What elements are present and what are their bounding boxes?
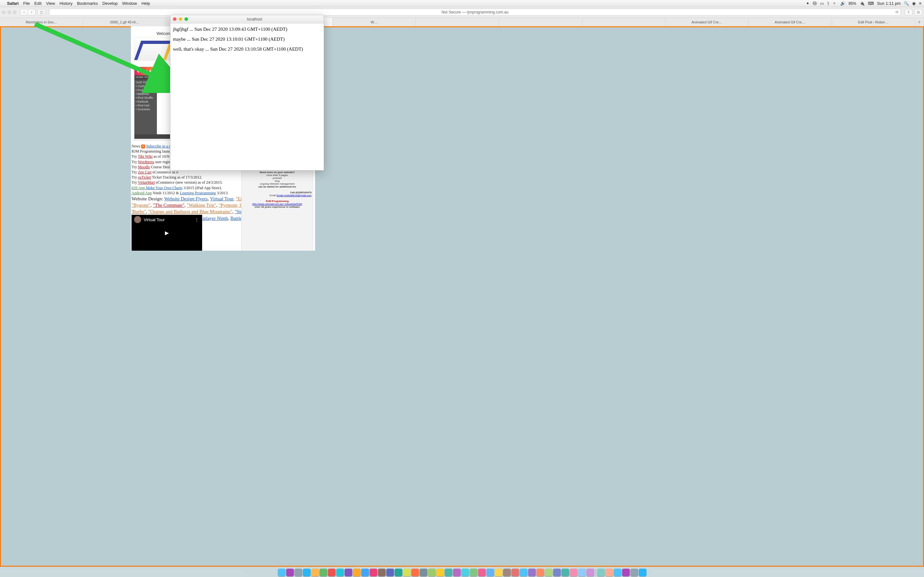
design-link[interactable]: Website Design Flyers xyxy=(164,196,208,201)
tab-animated-gif-1[interactable]: Animated Gif Cre… xyxy=(666,18,748,26)
menu-window[interactable]: Window xyxy=(122,1,137,6)
dock-app-icon[interactable] xyxy=(478,569,486,576)
volume-icon[interactable]: 🔊 xyxy=(840,1,845,6)
tab-gif[interactable]: 0000_1.gif 45×8… xyxy=(83,18,166,26)
news-link[interactable]: Android App xyxy=(132,191,152,195)
play-button-icon[interactable]: ▶ xyxy=(160,227,174,238)
dock-app-icon[interactable] xyxy=(436,569,444,576)
menu-edit[interactable]: Edit xyxy=(34,1,41,6)
sidebar-button[interactable]: ◫ xyxy=(37,9,45,15)
zoom-icon[interactable] xyxy=(184,17,188,21)
dock-app-icon[interactable] xyxy=(561,569,569,576)
forward-button[interactable]: › xyxy=(28,9,36,15)
menu-view[interactable]: View xyxy=(46,1,55,6)
close-icon[interactable] xyxy=(173,17,176,21)
tab-reminders[interactable]: Reminders in Ses… xyxy=(0,18,83,26)
dock-app-icon[interactable] xyxy=(470,569,477,576)
list-item[interactable]: • iPod Shuffle xyxy=(135,96,156,100)
dock-app-icon[interactable] xyxy=(395,569,402,576)
tab-edit-post[interactable]: Edit Post ‹ Rober… xyxy=(832,18,915,26)
news-link[interactable]: iOS App xyxy=(132,185,145,190)
list-item[interactable]: • Pod xyxy=(135,88,156,92)
reload-icon[interactable]: ⟳ xyxy=(895,10,899,15)
video-menu-icon[interactable]: ⋮ xyxy=(195,218,200,222)
window-traffic-lights[interactable] xyxy=(2,11,16,14)
dock-app-icon[interactable] xyxy=(361,569,369,576)
news-link[interactable]: Make Your Own Charts xyxy=(145,185,183,190)
siri-icon[interactable]: ◉ xyxy=(912,1,916,6)
dock-app-icon[interactable] xyxy=(420,569,427,576)
dock-app-icon[interactable] xyxy=(278,569,286,576)
list-item[interactable]: • Earbuds xyxy=(135,100,156,103)
new-tab-button[interactable]: + xyxy=(915,18,924,26)
dock-app-icon[interactable] xyxy=(311,569,319,576)
dock-app-icon[interactable] xyxy=(570,569,577,576)
news-link[interactable]: Moodle xyxy=(138,165,150,169)
dock-app-icon[interactable] xyxy=(503,569,511,576)
design-link[interactable]: "Orange and Bathurst and Blue Mountains" xyxy=(148,209,232,214)
list-item[interactable]: • Groceries xyxy=(135,107,156,111)
news-link[interactable]: osTicket xyxy=(138,175,151,179)
dock-app-icon[interactable] xyxy=(453,569,461,576)
dock-app-icon[interactable] xyxy=(403,569,411,576)
design-link[interactable]: "Bygone" xyxy=(132,203,150,208)
tab-hidden[interactable] xyxy=(499,18,582,26)
dock-app-icon[interactable] xyxy=(328,569,336,576)
news-link[interactable]: Learning Programming xyxy=(180,191,216,195)
dock-app-icon[interactable] xyxy=(586,569,594,576)
popup-traffic-lights[interactable] xyxy=(173,17,188,21)
back-button[interactable]: ‹ xyxy=(20,9,28,15)
wifi-icon[interactable]: ᯤ xyxy=(833,1,837,6)
dock-app-icon[interactable] xyxy=(536,569,544,576)
news-link[interactable]: Zen Cart xyxy=(138,170,152,174)
design-link[interactable]: "Walking Trip" xyxy=(187,203,216,208)
menu-help[interactable]: Help xyxy=(142,1,150,6)
dock-app-icon[interactable] xyxy=(578,569,586,576)
menu-develop[interactable]: Develop xyxy=(102,1,118,6)
dock-app-icon[interactable] xyxy=(606,569,613,576)
dock-app-icon[interactable] xyxy=(553,569,561,576)
video-embed[interactable]: Virtual Tour ⋮ ▶ xyxy=(132,215,202,251)
menu-bookmarks[interactable]: Bookmarks xyxy=(77,1,98,6)
news-link[interactable]: Wordpress xyxy=(138,160,154,164)
tab-animated-gif-2[interactable]: Animated Gif Cre… xyxy=(748,18,832,26)
dock-app-icon[interactable] xyxy=(545,569,552,576)
minimize-icon[interactable] xyxy=(179,17,182,21)
dock-app-icon[interactable] xyxy=(622,569,630,576)
flyer-email[interactable]: Email rmetcalfe15@gmail.com xyxy=(276,194,312,197)
design-link[interactable]: Virtual Tour xyxy=(210,196,234,201)
airplay-icon[interactable]: ▭ xyxy=(820,1,824,6)
dock-app-icon[interactable] xyxy=(428,569,436,576)
bluetooth-icon[interactable]: ᛒ xyxy=(827,1,830,6)
popup-titlebar[interactable]: localhost xyxy=(170,15,324,23)
design-link[interactable]: "The Commute" xyxy=(153,203,184,208)
rss-icon[interactable]: ෧ xyxy=(141,145,145,148)
tab-hidden[interactable] xyxy=(416,18,499,26)
status-icon[interactable]: ✦ xyxy=(806,1,809,6)
news-link[interactable]: Tiki Wiki xyxy=(138,154,153,159)
tab-w[interactable]: W… xyxy=(333,18,416,26)
dock-app-icon[interactable] xyxy=(336,569,344,576)
news-link[interactable]: VirtueMart xyxy=(138,180,155,185)
list-item[interactable]: • Batteries xyxy=(135,92,156,96)
dock-app-icon[interactable] xyxy=(353,569,360,576)
spotlight-icon[interactable]: 🔍 xyxy=(904,1,909,6)
dock-app-icon[interactable] xyxy=(445,569,452,576)
flyer-url[interactable]: http://www.ozemail.com.au/~mkuulma/RJM/ xyxy=(243,203,312,205)
dock-app-icon[interactable] xyxy=(486,569,494,576)
show-tabs-button[interactable]: ⧉ xyxy=(914,9,922,15)
dock-app-icon[interactable] xyxy=(370,569,377,576)
clock[interactable]: Sun 1:11 pm xyxy=(877,1,901,6)
dock-app-icon[interactable] xyxy=(294,569,302,576)
dock-app-icon[interactable] xyxy=(303,569,310,576)
share-button[interactable]: ⇪ xyxy=(905,9,913,15)
dock-app-icon[interactable] xyxy=(630,569,638,576)
dock-app-icon[interactable] xyxy=(320,569,327,576)
menu-file[interactable]: File xyxy=(23,1,30,6)
list-item[interactable]: • Clothes xyxy=(135,84,156,88)
dock-app-icon[interactable] xyxy=(286,569,294,576)
list-item[interactable]: OUR STORE xyxy=(135,81,156,84)
dock-app-icon[interactable] xyxy=(411,569,419,576)
dock-app-icon[interactable] xyxy=(597,569,605,576)
dock-app-icon[interactable] xyxy=(511,569,519,576)
